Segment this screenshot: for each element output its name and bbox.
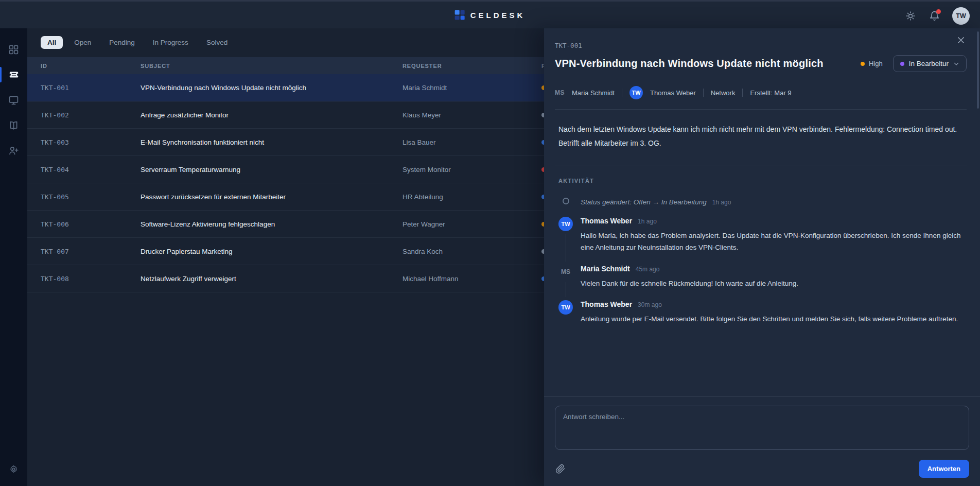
ticket-id: TKT-005 (41, 193, 141, 201)
ticket-requester: Peter Wagner (402, 220, 541, 228)
sidebar-item-settings[interactable] (8, 463, 20, 475)
avatar: MS (558, 265, 573, 279)
tab-open[interactable]: Open (67, 36, 98, 49)
theme-toggle-sun-icon[interactable] (905, 10, 916, 22)
attachment-paperclip-icon[interactable] (555, 463, 566, 475)
priority-label: High (869, 60, 883, 67)
tab-in-progress[interactable]: In Progress (146, 36, 195, 49)
status-change-text: Status geändert: Offen → In Bearbeitung (581, 198, 707, 206)
message-author: Thomas Weber (581, 217, 632, 225)
close-icon[interactable] (956, 36, 967, 46)
ticket-requester: Maria Schmidt (402, 84, 541, 92)
assignee-avatar: TW (629, 86, 643, 99)
ticket-detail-panel: TKT-001 VPN-Verbindung nach Windows Upda… (544, 28, 980, 486)
sidebar-item-add-user[interactable] (8, 145, 20, 156)
logo-text: CELDESK (470, 11, 526, 20)
requester-name: Maria Schmidt (572, 89, 615, 97)
detail-title-row: VPN-Verbindung nach Windows Update nicht… (555, 55, 967, 72)
divider (742, 89, 743, 97)
ticket-subject: VPN-Verbindung nach Windows Update nicht… (141, 84, 402, 92)
ticket-requester: Lisa Bauer (402, 138, 541, 146)
message-timestamp: 30m ago (638, 301, 662, 308)
assignee-name: Thomas Weber (650, 89, 696, 97)
ticket-subject: Anfrage zusätzlicher Monitor (141, 111, 402, 119)
ticket-icon (8, 69, 20, 80)
reply-button[interactable]: Antworten (919, 460, 969, 478)
avatar: TW (558, 300, 573, 315)
tab-pending[interactable]: Pending (102, 36, 142, 49)
ticket-requester: Klaus Meyer (402, 111, 541, 119)
user-avatar[interactable]: TW (952, 7, 970, 25)
ticket-subject: Drucker Papierstau Marketing (141, 248, 402, 255)
detail-ticket-id: TKT-001 (555, 42, 967, 49)
ticket-id: TKT-002 (41, 111, 141, 119)
gear-icon (8, 464, 19, 475)
ticket-subject: Serverraum Temperaturwarnung (141, 166, 402, 173)
message-text: Vielen Dank für die schnelle Rückmeldung… (581, 277, 967, 290)
sidebar-item-tickets[interactable] (8, 69, 20, 80)
detail-meta-row: MS Maria Schmidt TW Thomas Weber Network… (555, 86, 967, 109)
message-author: Maria Schmidt (581, 265, 630, 273)
notifications-bell-icon[interactable] (929, 10, 940, 22)
topbar-actions: TW (905, 3, 970, 28)
category-label: Network (711, 89, 736, 97)
reply-section: Antworten (544, 396, 980, 486)
divider (555, 165, 967, 165)
requester-initials: MS (555, 89, 565, 96)
ticket-requester: HR Abteilung (402, 193, 541, 201)
priority-dot (861, 62, 865, 66)
top-bar: CELDESK TW (0, 0, 980, 28)
app-logo: CELDESK (455, 10, 526, 20)
activity-message: TW Thomas Weber 1h ago Hallo Maria, ich … (558, 217, 967, 265)
ticket-id: TKT-007 (41, 248, 141, 255)
ticket-id: TKT-004 (41, 166, 141, 173)
column-header-requester: REQUESTER (402, 63, 541, 69)
sidebar-item-assets[interactable] (8, 94, 20, 106)
status-dropdown[interactable]: In Bearbeitur (893, 55, 967, 72)
panel-content: TKT-001 VPN-Verbindung nach Windows Upda… (544, 28, 980, 396)
logo-grid-icon (455, 10, 465, 20)
status-change-icon (563, 198, 569, 204)
ticket-subject: Software-Lizenz Aktivierung fehlgeschlag… (141, 220, 402, 228)
ticket-id: TKT-008 (41, 275, 141, 283)
tab-solved[interactable]: Solved (200, 36, 234, 49)
divider (555, 109, 967, 110)
chevron-down-icon (953, 61, 959, 67)
left-sidebar (0, 28, 27, 486)
ticket-description: Nach dem letzten Windows Update kann ich… (558, 123, 963, 165)
column-header-id: ID (41, 63, 141, 69)
ticket-id: TKT-006 (41, 220, 141, 228)
message-text: Anleitung wurde per E-Mail versendet. Bi… (581, 313, 967, 325)
message-text: Hallo Maria, ich habe das Problem analys… (581, 230, 967, 254)
ticket-requester: Michael Hoffmann (402, 275, 541, 283)
column-header-subject: SUBJECT (141, 63, 402, 69)
status-label: In Bearbeitur (909, 60, 949, 67)
priority-indicator: High (861, 60, 883, 67)
ticket-subject: E-Mail Synchronisation funktioniert nich… (141, 138, 402, 146)
activity-message: MS Maria Schmidt 45m ago Vielen Dank für… (558, 265, 967, 301)
ticket-id: TKT-003 (41, 138, 141, 146)
book-icon (8, 120, 19, 131)
activity-section: AKTIVITÄT Status geändert: Offen → In Be… (558, 178, 967, 337)
ticket-requester: Sandra Koch (402, 248, 541, 255)
ticket-subject: Netzlaufwerk Zugriff verweigert (141, 275, 402, 283)
message-timestamp: 45m ago (636, 266, 660, 273)
divider (703, 89, 704, 97)
notification-badge (936, 9, 941, 14)
activity-message: TW Thomas Weber 30m ago Anleitung wurde … (558, 300, 967, 336)
ticket-id: TKT-001 (41, 84, 141, 92)
reply-input[interactable] (555, 406, 969, 450)
activity-status-event: Status geändert: Offen → In Bearbeitung … (558, 196, 967, 217)
activity-timestamp: 1h ago (712, 199, 731, 206)
divider (622, 89, 622, 97)
activity-heading: AKTIVITÄT (558, 178, 967, 184)
sidebar-item-dashboard[interactable] (8, 44, 20, 55)
created-date: Erstellt: Mar 9 (750, 89, 791, 97)
ticket-requester: System Monitor (402, 166, 541, 173)
monitor-icon (8, 95, 19, 106)
tab-all[interactable]: All (41, 36, 63, 49)
ticket-subject: Passwort zurücksetzen für externen Mitar… (141, 193, 402, 201)
sidebar-item-knowledge-base[interactable] (8, 119, 20, 131)
avatar: TW (558, 217, 573, 231)
user-plus-icon (8, 145, 19, 156)
